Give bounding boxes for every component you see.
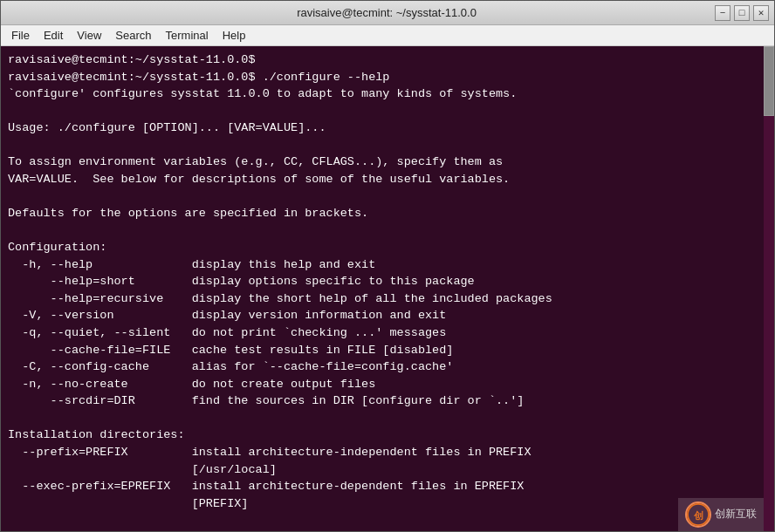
- minimize-button[interactable]: −: [715, 5, 730, 21]
- terminal-window: ravisaive@tecmint: ~/sysstat-11.0.0 − □ …: [0, 0, 775, 532]
- menu-bar: File Edit View Search Terminal Help: [1, 25, 774, 46]
- scrollbar[interactable]: [764, 46, 774, 531]
- menu-terminal[interactable]: Terminal: [159, 27, 216, 44]
- menu-view[interactable]: View: [70, 27, 108, 44]
- window-controls: − □ ✕: [715, 5, 769, 21]
- watermark: 创 创新互联: [678, 498, 764, 531]
- window-title: ravisaive@tecmint: ~/sysstat-11.0.0: [58, 6, 715, 19]
- menu-search[interactable]: Search: [108, 27, 158, 44]
- menu-help[interactable]: Help: [216, 27, 253, 44]
- close-button[interactable]: ✕: [753, 5, 769, 21]
- terminal-content[interactable]: ravisaive@tecmint:~/sysstat-11.0.0$ ravi…: [1, 46, 774, 531]
- scrollbar-thumb[interactable]: [764, 46, 774, 116]
- maximize-button[interactable]: □: [734, 5, 750, 21]
- terminal-text: ravisaive@tecmint:~/sysstat-11.0.0$ ravi…: [8, 51, 767, 531]
- watermark-text: 创新互联: [715, 507, 757, 522]
- svg-text:创: 创: [693, 510, 703, 521]
- watermark-icon: 创: [687, 502, 710, 527]
- menu-file[interactable]: File: [4, 27, 37, 44]
- title-bar: ravisaive@tecmint: ~/sysstat-11.0.0 − □ …: [1, 1, 774, 25]
- watermark-logo: 创: [685, 501, 711, 528]
- menu-edit[interactable]: Edit: [37, 27, 70, 44]
